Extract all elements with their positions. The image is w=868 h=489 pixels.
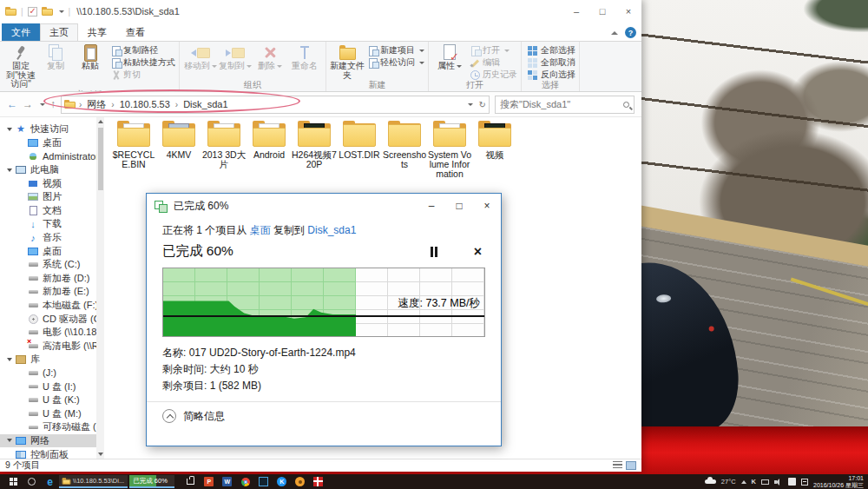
ribbon-small-button[interactable]: 编辑 [470,57,517,68]
help-icon[interactable]: ? [625,27,636,38]
sidebar-item[interactable]: 图片 [0,190,104,204]
ime-icon[interactable] [788,478,796,486]
expand-icon[interactable] [7,169,12,172]
start-button[interactable] [4,474,23,489]
sidebar-item[interactable]: 视频 [0,176,104,190]
scrollbar-thumb[interactable] [98,128,103,190]
notification-center-icon[interactable] [801,479,808,486]
tab-查看[interactable]: 查看 [116,23,155,41]
close-button[interactable]: × [615,0,641,23]
new-folder-qat-icon[interactable] [42,7,53,16]
ribbon-large-button[interactable]: 粘贴 [73,43,108,71]
refresh-icon[interactable]: ↻ [479,100,486,109]
breadcrumb-item[interactable]: 10.180.5.53 [118,99,172,109]
sidebar-item[interactable]: 电影 (\\10.180 [0,326,104,340]
edge-button[interactable]: e [41,474,59,489]
forward-icon[interactable]: → [23,98,33,110]
folder-tile[interactable]: LOST.DIR [337,122,382,179]
sidebar-item[interactable]: 系统 (C:) [0,258,104,272]
chrome-icon[interactable] [236,478,254,486]
ribbon-large-button[interactable]: 属性 [432,43,467,71]
sidebar-item[interactable]: 桌面 [0,136,104,150]
folder-tile[interactable]: Android [247,122,292,179]
tray-overflow-icon[interactable] [741,480,746,484]
expand-icon[interactable] [7,128,12,131]
cortana-search-button[interactable] [23,474,41,489]
ribbon-small-button[interactable]: 历史记录 [470,69,517,80]
ribbon-small-button[interactable]: 全部取消 [528,57,575,68]
sidebar-item[interactable]: 库 [0,353,104,367]
kmplayer-icon[interactable]: K [273,477,291,486]
address-bar[interactable]: ›网络›10.180.5.53›Disk_sda1 ↻ [61,96,490,114]
tab-共享[interactable]: 共享 [78,23,116,41]
ribbon-large-button[interactable]: 固定到"快速访问" [3,43,38,89]
copy-progress-taskbar-button[interactable]: 已完成 60% [129,475,174,488]
weather-cloud-icon[interactable] [705,479,716,484]
qat-customize-icon[interactable] [59,10,64,13]
copy-source-link[interactable]: 桌面 [250,224,271,236]
taskbar-clock[interactable]: 17:01 2016/10/26 星期三 [813,475,864,489]
properties-qat-icon[interactable] [28,7,37,17]
ribbon-small-button[interactable]: 反向选择 [528,69,575,80]
sidebar-item[interactable]: 网络 [0,434,104,448]
tab-主页[interactable]: 主页 [40,23,78,41]
folder-tile[interactable]: System Volume Information [427,122,472,179]
scroll-down-icon[interactable] [98,453,103,456]
powerpoint-icon[interactable]: P [200,477,218,486]
ribbon-large-button[interactable]: 复制 [38,43,73,71]
sidebar-item[interactable]: 下载 [0,217,104,231]
maximize-button[interactable]: □ [589,0,615,23]
fewer-details-icon[interactable] [162,409,176,423]
photoshop-icon[interactable] [254,477,273,486]
ribbon-small-button[interactable]: 复制路径 [110,45,175,56]
sidebar-item[interactable]: Administrator [0,149,104,163]
sidebar-item[interactable]: U 盘 (I:) [0,380,104,393]
dialog-footer[interactable]: 简略信息 [162,402,485,430]
search-box[interactable] [495,96,635,114]
search-input[interactable] [500,99,623,109]
up-icon[interactable]: ↑ [50,98,56,110]
ribbon-small-button[interactable]: 打开 [470,45,517,56]
expand-icon[interactable] [7,439,12,442]
cancel-copy-icon[interactable]: × [474,245,482,259]
volume-icon[interactable] [774,479,783,486]
sidebar-scrollbar[interactable] [96,117,104,459]
sidebar-item[interactable]: 新加卷 (D:) [0,272,104,286]
dialog-minimize-button[interactable]: – [418,194,445,218]
sidebar-item[interactable]: 文档 [0,204,104,218]
minimize-button[interactable]: – [563,0,589,23]
settings-gear-icon[interactable] [291,477,309,486]
ribbon-large-button[interactable]: 移动到 [183,43,218,71]
back-icon[interactable]: ← [7,98,17,110]
sidebar-item[interactable]: 桌面 [0,244,104,258]
breadcrumb-item[interactable]: Disk_sda1 [181,99,229,109]
sidebar-item[interactable]: 高清电影 (\\Rt [0,340,104,354]
ribbon-small-button[interactable]: 剪切 [110,69,175,80]
sidebar-item[interactable]: 本地磁盘 (F:) [0,299,104,313]
breadcrumb-item[interactable]: 网络 [85,98,108,111]
display-tray-icon[interactable] [761,479,769,485]
security-icon[interactable] [309,477,327,486]
store-icon[interactable] [181,479,200,485]
sidebar-item[interactable]: 可移动磁盘 (L:) [0,420,104,434]
input-method-k-icon[interactable]: K [752,478,756,486]
folder-tile[interactable]: 2013 3D大片 [201,122,247,179]
folder-tile[interactable]: H264视频720P [292,122,337,179]
ribbon-large-button[interactable]: 重命名 [287,43,322,71]
sidebar-item[interactable]: 控制面板 [0,447,104,459]
ribbon-small-button[interactable]: 全部选择 [528,45,575,56]
sidebar-item[interactable]: 新加卷 (E:) [0,285,104,299]
sidebar-item[interactable]: (J:) [0,367,104,380]
recent-locations-icon[interactable] [40,103,45,106]
ribbon-small-button[interactable]: 粘贴快捷方式 [110,57,175,68]
folder-tile[interactable]: Screenshots [382,122,427,179]
folder-tile[interactable]: 视频 [472,122,517,179]
tab-文件[interactable]: 文件 [2,23,40,41]
dialog-maximize-button[interactable]: □ [445,194,473,218]
weather-temp[interactable]: 27°C [721,478,736,486]
sidebar-item[interactable]: 音乐 [0,231,104,245]
scroll-up-icon[interactable] [98,120,103,123]
sidebar-item[interactable]: 快速访问 [0,122,104,136]
ribbon-small-button[interactable]: 新建项目 [367,45,424,56]
ribbon-large-button[interactable]: 新建文件夹 [330,43,365,80]
